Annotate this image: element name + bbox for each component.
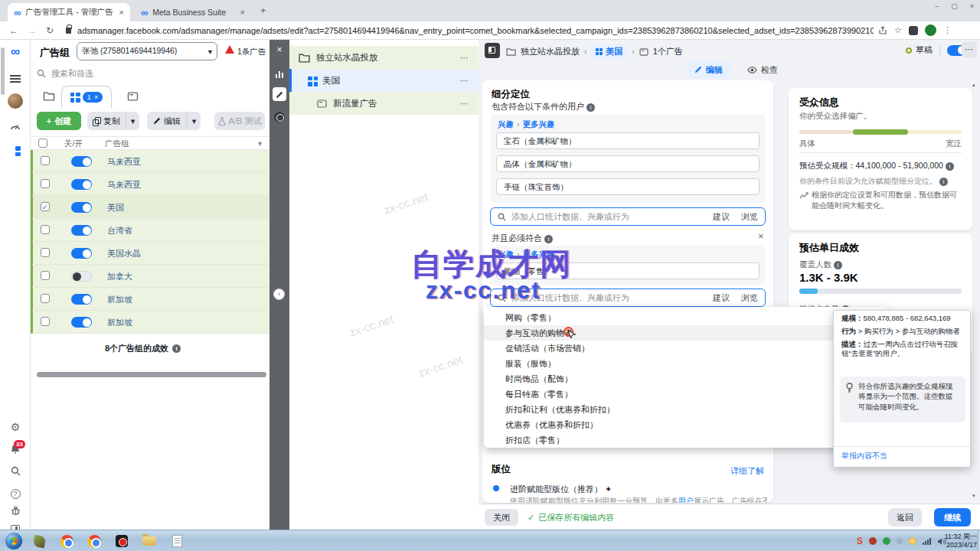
table-row[interactable]: ✓ 新加坡 bbox=[31, 288, 270, 311]
row-toggle[interactable] bbox=[71, 202, 92, 213]
url-bar[interactable]: adsmanager.facebook.com/adsmanager/manag… bbox=[77, 26, 874, 35]
more-options-icon[interactable]: ⋯ bbox=[460, 98, 470, 109]
dropdown-item[interactable]: 时尚饰品（配饰） bbox=[484, 371, 887, 386]
tab-close-icon[interactable]: × bbox=[240, 8, 245, 17]
share-icon[interactable] bbox=[878, 26, 887, 35]
edit-caret-button[interactable]: ▾ bbox=[187, 112, 201, 130]
history-clock-icon[interactable] bbox=[270, 112, 289, 126]
adset-name-link[interactable]: 台湾省 bbox=[107, 225, 132, 236]
user-avatar[interactable] bbox=[8, 93, 23, 109]
more-options-button[interactable]: ⋯ bbox=[962, 42, 977, 57]
report-link[interactable]: 举报内容不当 bbox=[841, 451, 887, 461]
adset-name-link[interactable]: 美国水晶 bbox=[107, 248, 141, 259]
browser-tab-inactive[interactable]: ∞ Meta Business Suite × bbox=[135, 3, 251, 21]
collapse-panel-icon[interactable]: ‹ bbox=[273, 289, 285, 300]
column-name[interactable]: 广告组 bbox=[105, 139, 129, 149]
dropdown-item[interactable]: 服装（服饰） bbox=[484, 356, 887, 371]
settings-gear-icon[interactable]: ⚙ bbox=[0, 421, 31, 433]
row-toggle[interactable] bbox=[71, 156, 92, 167]
dropdown-item[interactable]: 每日特惠（零售） bbox=[484, 386, 887, 402]
row-checkbox[interactable]: ✓ bbox=[41, 317, 50, 326]
taskbar-chrome2-icon[interactable] bbox=[84, 533, 104, 549]
more-options-icon[interactable]: ⋯ bbox=[460, 75, 470, 86]
chart-icon[interactable] bbox=[270, 67, 289, 81]
browser-tab-active[interactable]: ∞ 广告管理工具 - 管理广告 - 广告… × bbox=[8, 3, 130, 21]
taskbar-notepad-icon[interactable] bbox=[167, 533, 187, 549]
breadcrumb-ads[interactable]: 1个广告 bbox=[653, 46, 683, 57]
adset-name-link[interactable]: 新加坡 bbox=[107, 294, 132, 305]
table-row[interactable]: ✓ 马来西亚 bbox=[31, 173, 270, 196]
interest-pill[interactable]: 宝石（金属和矿物） bbox=[496, 132, 760, 149]
targeting-search-input[interactable] bbox=[511, 212, 701, 221]
adset-name-link[interactable]: 新加坡 bbox=[107, 317, 132, 328]
dropdown-item[interactable]: 参与互动的购物者 bbox=[484, 325, 887, 341]
row-toggle[interactable] bbox=[71, 225, 92, 236]
remove-group-icon[interactable]: × bbox=[758, 230, 764, 242]
scrollbar-thumb[interactable] bbox=[1, 47, 5, 95]
minimize-icon[interactable]: – bbox=[935, 2, 939, 10]
start-button[interactable] bbox=[5, 533, 22, 549]
browser-profile-avatar[interactable] bbox=[925, 24, 936, 36]
interest-pill[interactable]: 晶体（金属和矿物） bbox=[496, 155, 760, 172]
help-icon[interactable]: ? bbox=[0, 485, 31, 499]
new-tab-button[interactable]: + bbox=[260, 5, 266, 16]
table-row[interactable]: ✓ 马来西亚 bbox=[31, 150, 270, 173]
dropdown-item[interactable]: 网购（零售） bbox=[484, 310, 887, 325]
edit-pencil-icon[interactable] bbox=[270, 87, 289, 102]
tree-item-ad[interactable]: 新流量广告 ⋯ bbox=[289, 92, 479, 115]
taskbar-recorder-icon[interactable] bbox=[112, 533, 132, 549]
interest-link[interactable]: 兴趣 bbox=[498, 119, 514, 129]
placement-radio-selected[interactable] bbox=[493, 485, 499, 491]
close-button[interactable]: 关闭 bbox=[485, 509, 518, 526]
table-row[interactable]: ✓ 台湾省 bbox=[31, 219, 270, 242]
adset-name-link[interactable]: 美国 bbox=[107, 202, 124, 214]
tray-red-icon[interactable] bbox=[869, 537, 877, 545]
interest-pill[interactable]: 手链（珠宝首饰） bbox=[496, 178, 760, 195]
info-icon[interactable]: i bbox=[946, 162, 954, 171]
targeting-search-1[interactable]: 建议 浏览 bbox=[490, 207, 766, 226]
row-checkbox[interactable]: ✓ bbox=[41, 202, 50, 211]
tree-item-adset-selected[interactable]: 美国 ⋯ bbox=[289, 69, 479, 92]
taskbar-clock[interactable]: 11:32 周一2023/4/17 bbox=[945, 533, 977, 549]
notifications-bell-icon[interactable]: 33 bbox=[0, 444, 31, 458]
tab-close-icon[interactable]: × bbox=[119, 8, 124, 17]
users-link[interactable]: 用户 bbox=[678, 497, 694, 503]
campaigns-grid-icon[interactable] bbox=[0, 145, 31, 159]
ab-test-button[interactable]: A/B 测试 bbox=[214, 112, 265, 130]
tray-update-icon[interactable] bbox=[909, 537, 916, 545]
adset-name-link[interactable]: 马来西亚 bbox=[107, 179, 141, 191]
tab-adsets-active[interactable]: 1× bbox=[61, 86, 112, 109]
bug-report-icon[interactable] bbox=[0, 505, 31, 519]
back-button[interactable]: 返回 bbox=[888, 508, 922, 527]
bookmark-star-icon[interactable]: ☆ bbox=[894, 25, 902, 35]
select-all-checkbox[interactable]: ✓ bbox=[38, 139, 47, 148]
reload-icon[interactable]: ↻ bbox=[46, 25, 54, 36]
horizontal-scrollbar[interactable] bbox=[37, 372, 266, 377]
breadcrumb-campaign[interactable]: 独立站水晶投放 bbox=[521, 46, 580, 57]
tray-green-icon[interactable] bbox=[883, 537, 890, 545]
sogou-tray-icon[interactable]: S bbox=[857, 536, 863, 546]
more-options-icon[interactable]: ⋯ bbox=[460, 52, 470, 63]
row-toggle[interactable] bbox=[71, 294, 92, 305]
row-checkbox[interactable]: ✓ bbox=[41, 156, 50, 165]
extension-icon[interactable] bbox=[909, 26, 918, 35]
browse-link[interactable]: 浏览 bbox=[741, 292, 758, 304]
row-checkbox[interactable]: ✓ bbox=[41, 179, 50, 188]
dropdown-item[interactable]: 优惠券（优惠券和折扣） bbox=[484, 417, 887, 432]
dropdown-item[interactable]: 折扣和让利（优惠券和折扣） bbox=[484, 402, 887, 417]
search-filter-field[interactable]: 搜索和筛选 bbox=[37, 66, 263, 81]
meta-logo-icon[interactable]: ∞ bbox=[0, 44, 31, 60]
taskbar-explorer-icon[interactable] bbox=[139, 533, 159, 549]
more-interest-link[interactable]: 更多兴趣 bbox=[523, 119, 555, 129]
dropdown-item[interactable]: 促销活动（市场营销） bbox=[484, 341, 887, 356]
tab-edit[interactable]: 编辑 bbox=[687, 61, 730, 78]
table-row[interactable]: ✓ 美国水晶 bbox=[31, 242, 270, 265]
selected-count-pill[interactable]: 1× bbox=[83, 92, 103, 103]
row-toggle[interactable] bbox=[71, 248, 92, 259]
adset-name-link[interactable]: 马来西亚 bbox=[107, 156, 141, 168]
row-toggle[interactable] bbox=[71, 317, 92, 328]
chrome-menu-icon[interactable]: ⋮ bbox=[943, 25, 952, 35]
info-icon[interactable]: i bbox=[544, 235, 553, 243]
taskbar-image-editor-icon[interactable] bbox=[29, 533, 49, 549]
tab-review[interactable]: 检查 bbox=[740, 61, 786, 78]
